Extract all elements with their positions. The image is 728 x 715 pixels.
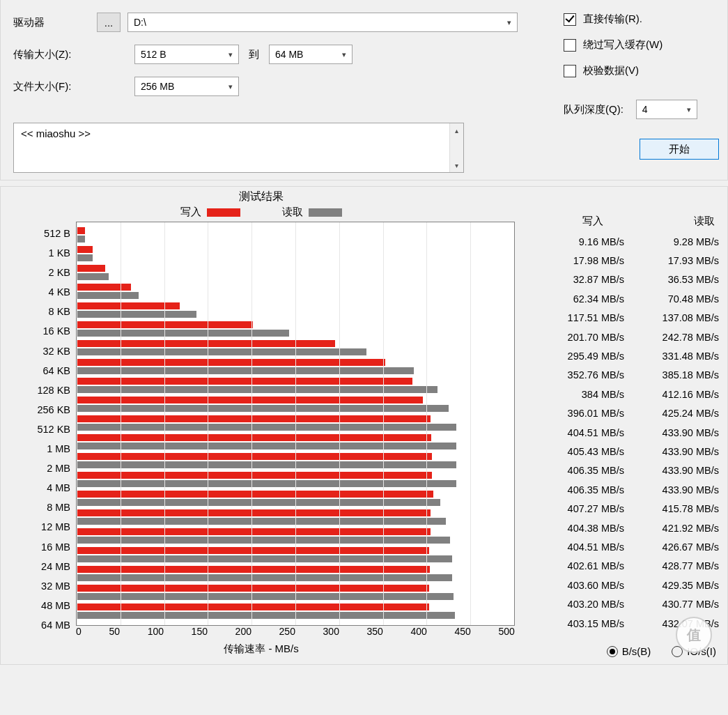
description-text: << miaoshu >> bbox=[14, 123, 449, 172]
x-tick-label: 400 bbox=[411, 626, 427, 637]
read-value: 412.16 MB/s bbox=[637, 389, 719, 400]
bar-读取 bbox=[77, 273, 109, 280]
y-tick-label: 32 MB bbox=[8, 577, 73, 596]
bypass-cache-label: 绕过写入缓存(W) bbox=[583, 38, 663, 52]
queue-depth-value: 4 bbox=[642, 104, 648, 115]
bar-写入 bbox=[77, 340, 335, 347]
transfer-size-row: 传输大小(Z): 512 B ▾ 到 64 MB ▾ bbox=[13, 45, 557, 64]
scroll-down-icon[interactable]: ▾ bbox=[450, 158, 463, 172]
read-value: 426.67 MB/s bbox=[637, 541, 719, 553]
description-textarea[interactable]: << miaoshu >> ▴▾ bbox=[13, 123, 464, 173]
bar-写入 bbox=[77, 415, 431, 422]
value-row: 403.20 MB/s430.77 MB/s bbox=[529, 594, 720, 613]
transfer-min-combo[interactable]: 512 B ▾ bbox=[134, 45, 239, 64]
value-row: 402.61 MB/s428.77 MB/s bbox=[529, 557, 720, 576]
file-size-label: 文件大小(F): bbox=[13, 80, 90, 93]
read-value: 415.78 MB/s bbox=[637, 503, 719, 514]
read-value: 433.90 MB/s bbox=[637, 446, 719, 457]
bar-写入 bbox=[77, 528, 431, 535]
bar-写入 bbox=[77, 434, 431, 441]
bar-写入 bbox=[77, 566, 430, 573]
file-size-value: 256 MB bbox=[141, 81, 174, 92]
queue-depth-label: 队列深度(Q): bbox=[564, 103, 624, 116]
bar-读取 bbox=[77, 612, 455, 619]
read-value: 17.93 MB/s bbox=[637, 255, 719, 266]
scrollbar[interactable]: ▴▾ bbox=[449, 123, 463, 172]
drive-combo[interactable]: D:\ ▾ bbox=[127, 13, 518, 32]
transfer-min-value: 512 B bbox=[141, 49, 166, 60]
x-tick-label: 150 bbox=[192, 626, 208, 637]
y-tick-label: 512 B bbox=[8, 224, 73, 243]
x-axis-label: 传输速率 - MB/s bbox=[8, 643, 515, 656]
header-write: 写入 bbox=[534, 215, 603, 228]
bar-写入 bbox=[77, 378, 412, 385]
checkbox-icon bbox=[564, 39, 576, 52]
write-value: 62.34 MB/s bbox=[542, 293, 624, 305]
bar-读取 bbox=[77, 292, 139, 299]
chevron-down-icon: ▾ bbox=[687, 105, 691, 114]
chevron-down-icon: ▾ bbox=[507, 18, 511, 27]
write-value: 384 MB/s bbox=[542, 389, 624, 400]
value-row: 201.70 MB/s242.78 MB/s bbox=[529, 328, 720, 346]
write-value: 201.70 MB/s bbox=[542, 332, 624, 343]
bar-写入 bbox=[77, 246, 93, 253]
transfer-max-combo[interactable]: 64 MB ▾ bbox=[269, 45, 353, 64]
y-tick-label: 16 MB bbox=[8, 538, 73, 557]
verify-checkbox[interactable]: 校验数据(V) bbox=[564, 64, 719, 77]
y-axis-labels: 512 B1 KB2 KB4 KB8 KB16 KB32 KB64 KB128 … bbox=[8, 224, 73, 635]
checkbox-icon bbox=[564, 13, 576, 26]
x-tick-label: 100 bbox=[148, 626, 164, 637]
write-value: 403.15 MB/s bbox=[542, 618, 624, 629]
bar-写入 bbox=[77, 491, 433, 498]
scroll-up-icon[interactable]: ▴ bbox=[450, 123, 463, 137]
write-value: 352.76 MB/s bbox=[542, 369, 624, 380]
file-size-combo[interactable]: 256 MB ▾ bbox=[134, 77, 239, 96]
write-value: 406.35 MB/s bbox=[542, 465, 624, 476]
swatch-read-icon bbox=[309, 208, 342, 217]
value-row: 404.38 MB/s421.92 MB/s bbox=[529, 518, 720, 537]
value-row: 407.27 MB/s415.78 MB/s bbox=[529, 499, 720, 518]
read-value: 433.90 MB/s bbox=[637, 484, 719, 495]
bar-写入 bbox=[77, 227, 85, 234]
value-row: 17.98 MB/s17.93 MB/s bbox=[529, 251, 720, 270]
unit-bps-radio[interactable]: B/s(B) bbox=[607, 645, 651, 657]
bar-读取 bbox=[77, 311, 196, 318]
bar-写入 bbox=[77, 284, 131, 291]
bypass-cache-checkbox[interactable]: 绕过写入缓存(W) bbox=[564, 38, 719, 52]
watermark-icon: 值 bbox=[676, 617, 712, 653]
drive-label: 驱动器 bbox=[13, 16, 90, 29]
x-tick-label: 0 bbox=[76, 626, 82, 637]
drive-value: D:\ bbox=[134, 17, 146, 28]
value-row: 32.87 MB/s36.53 MB/s bbox=[529, 270, 720, 289]
write-value: 396.01 MB/s bbox=[542, 408, 624, 419]
browse-button[interactable]: ... bbox=[97, 13, 121, 32]
read-value: 429.35 MB/s bbox=[637, 580, 719, 591]
header-read: 读取 bbox=[645, 215, 715, 228]
write-value: 405.43 MB/s bbox=[542, 446, 624, 457]
values-table: 写入 读取 9.16 MB/s9.28 MB/s17.98 MB/s17.93 … bbox=[515, 187, 720, 657]
queue-depth-row: 队列深度(Q): 4 ▾ bbox=[564, 100, 719, 119]
direct-transfer-checkbox[interactable]: 直接传输(R). bbox=[564, 13, 719, 26]
chevron-down-icon: ▾ bbox=[342, 50, 346, 59]
write-value: 406.35 MB/s bbox=[542, 484, 624, 495]
values-header: 写入 读取 bbox=[529, 215, 720, 232]
queue-depth-combo[interactable]: 4 ▾ bbox=[636, 100, 697, 119]
read-value: 70.48 MB/s bbox=[637, 293, 719, 305]
start-button[interactable]: 开始 bbox=[640, 139, 719, 160]
results-panel: 测试结果 写入 读取 512 B1 KB2 KB4 KB8 KB16 KB32 … bbox=[0, 186, 728, 665]
read-value: 421.92 MB/s bbox=[637, 523, 719, 534]
value-row: 396.01 MB/s425.24 MB/s bbox=[529, 404, 720, 423]
y-tick-label: 16 KB bbox=[8, 322, 73, 341]
write-value: 117.51 MB/s bbox=[542, 312, 624, 323]
write-value: 403.20 MB/s bbox=[542, 599, 624, 610]
file-size-row: 文件大小(F): 256 MB ▾ bbox=[13, 77, 557, 96]
legend-write: 写入 bbox=[180, 206, 240, 219]
write-value: 17.98 MB/s bbox=[542, 255, 624, 266]
y-tick-label: 8 KB bbox=[8, 302, 73, 321]
chevron-down-icon: ▾ bbox=[229, 50, 233, 59]
value-row: 405.43 MB/s433.90 MB/s bbox=[529, 442, 720, 461]
y-tick-label: 128 KB bbox=[8, 381, 73, 400]
value-row: 404.51 MB/s426.67 MB/s bbox=[529, 537, 720, 556]
y-tick-label: 48 MB bbox=[8, 597, 73, 615]
chart-plot bbox=[76, 222, 515, 626]
